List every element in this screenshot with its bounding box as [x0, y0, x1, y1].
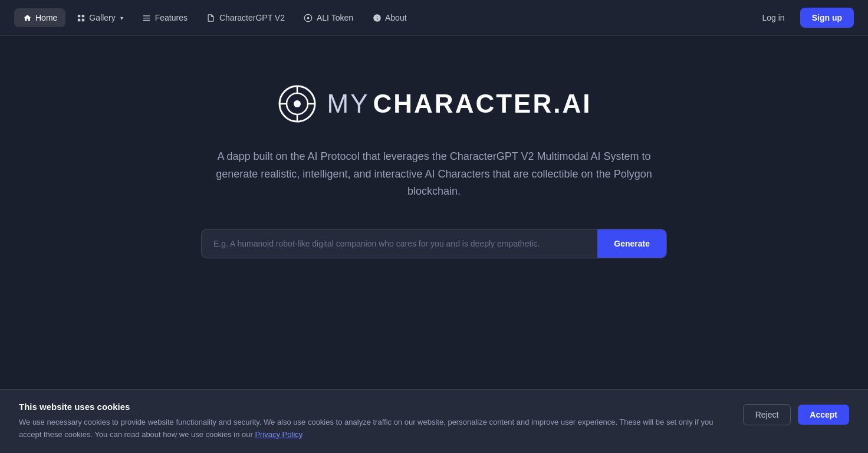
svg-point-4 [294, 100, 301, 107]
about-icon [372, 13, 382, 22]
logo-my: MY [327, 89, 370, 119]
logo-area: MY CHARACTER.AI [277, 83, 592, 124]
hero-subtitle: A dapp built on the AI Protocol that lev… [204, 148, 664, 201]
cookie-banner: This website uses cookies We use necessa… [0, 389, 868, 453]
brand-logo-icon [277, 83, 318, 124]
logo-text: MY CHARACTER.AI [327, 89, 592, 119]
generate-button[interactable]: Generate [597, 229, 666, 258]
nav-left: Home Gallery ▾ Features CharacterGPT V2 [14, 8, 415, 27]
nav-item-ali-token[interactable]: ALI Token [295, 8, 361, 27]
hero-section: MY CHARACTER.AI A dapp built on the AI P… [0, 36, 868, 294]
navbar: Home Gallery ▾ Features CharacterGPT V2 [0, 0, 868, 36]
svg-point-1 [307, 17, 310, 19]
gallery-icon [76, 13, 86, 22]
nav-label-home: Home [35, 13, 57, 22]
cookie-body: We use necessary cookies to provide webs… [19, 416, 724, 441]
privacy-policy-link[interactable]: Privacy Policy [255, 430, 303, 439]
features-icon [142, 13, 152, 22]
cookie-text-block: This website uses cookies We use necessa… [19, 402, 724, 441]
reject-button[interactable]: Reject [743, 404, 791, 425]
generate-row: Generate [201, 229, 667, 258]
nav-label-ali-token: ALI Token [317, 13, 353, 22]
accept-button[interactable]: Accept [798, 405, 849, 425]
nav-item-about[interactable]: About [364, 8, 415, 27]
cookie-title: This website uses cookies [19, 402, 724, 412]
nav-item-features[interactable]: Features [134, 8, 196, 27]
nav-label-about: About [385, 13, 407, 22]
nav-item-charactergpt[interactable]: CharacterGPT V2 [198, 8, 293, 27]
login-button[interactable]: Log in [754, 8, 793, 27]
logo-brand: CHARACTER.AI [373, 89, 592, 119]
nav-label-features: Features [155, 13, 188, 22]
cookie-actions: Reject Accept [743, 402, 849, 425]
nav-item-gallery[interactable]: Gallery ▾ [68, 8, 131, 27]
home-icon [22, 13, 32, 22]
generate-input[interactable] [202, 229, 597, 258]
nav-label-charactergpt: CharacterGPT V2 [219, 13, 285, 22]
nav-item-home[interactable]: Home [14, 8, 65, 27]
charactergpt-icon [206, 13, 216, 22]
signup-button[interactable]: Sign up [800, 8, 854, 28]
chevron-down-icon: ▾ [120, 15, 123, 21]
nav-label-gallery: Gallery [89, 13, 115, 22]
nav-right: Log in Sign up [754, 8, 854, 28]
ali-token-icon [304, 13, 313, 22]
